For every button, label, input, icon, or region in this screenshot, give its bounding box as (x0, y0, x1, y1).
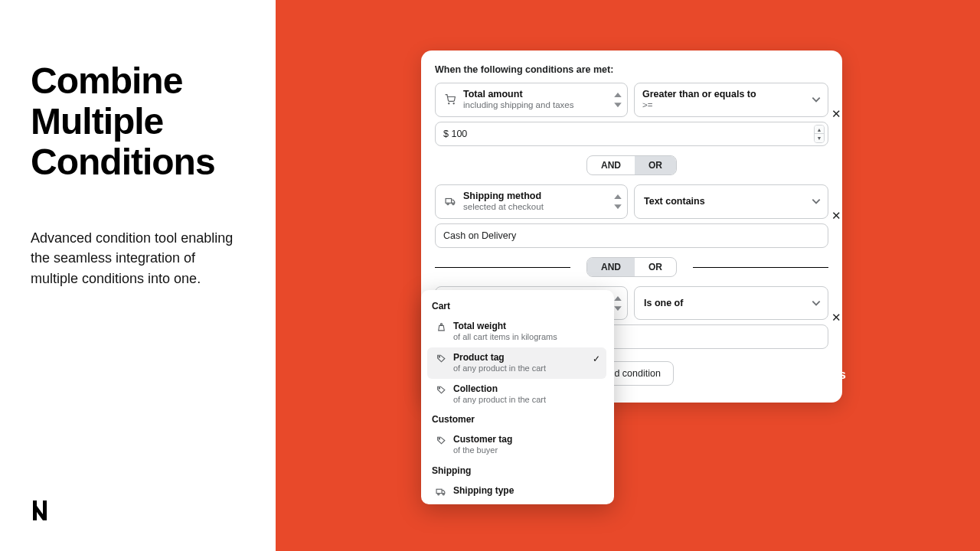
dropdown-item-collection[interactable]: Collection of any product in the cart (427, 379, 606, 410)
join-toggle-row: AND OR (435, 257, 828, 277)
condition-block: Total amount including shipping and taxe… (435, 83, 828, 146)
condition-type-sub: selected at checkout (463, 202, 544, 213)
or-toggle[interactable]: OR (635, 258, 676, 276)
svg-rect-10 (436, 489, 442, 493)
headline: Combine Multiple Conditions (31, 61, 245, 182)
join-toggle-row: AND OR (435, 155, 828, 175)
dropdown-item-label: Customer tag (453, 434, 512, 445)
dropdown-item-total-weight[interactable]: Total weight of all cart items in kilogr… (427, 316, 606, 347)
dropdown-group-heading: Cart (424, 296, 609, 316)
dropdown-item-customer-tag[interactable]: Customer tag of the buyer (427, 429, 606, 461)
subheadline: Advanced condition tool enabling the sea… (31, 228, 245, 288)
svg-point-7 (439, 356, 440, 357)
remove-condition-button[interactable]: ✕ (831, 312, 842, 323)
svg-point-11 (438, 494, 439, 495)
operator-select[interactable]: Text contains (634, 184, 828, 219)
dropdown-item-sub: of any product in the cart (453, 395, 546, 406)
dropdown-item-sub: of all cart items in kilograms (453, 332, 557, 343)
tag-icon (435, 383, 447, 395)
cart-icon (443, 94, 457, 105)
condition-type-label: Shipping method (463, 191, 544, 202)
tag-icon (435, 352, 447, 364)
svg-point-9 (439, 439, 440, 440)
conditions-card: When the following conditions are met: T… (421, 51, 842, 403)
svg-point-6 (440, 324, 442, 325)
dropdown-scroll[interactable]: Cart Total weight of all cart items in k… (424, 296, 611, 498)
operator-label: Text contains (644, 196, 705, 207)
dropdown-group-heading: Customer (424, 409, 609, 429)
dropdown-item-sub: of any product in the cart (453, 364, 546, 374)
operator-label: Is one of (644, 298, 683, 308)
dropdown-item-sub: selected at checkout (local pick-up,..) (453, 497, 592, 498)
svg-rect-2 (446, 199, 452, 204)
svg-point-1 (453, 103, 454, 104)
remove-condition-button[interactable]: ✕ (831, 210, 842, 221)
operator-sub: >= (642, 100, 756, 111)
remove-condition-button[interactable]: ✕ (831, 109, 842, 119)
brand-logo (31, 500, 49, 520)
card-heading: When the following conditions are met: (435, 64, 828, 75)
operator-select[interactable]: Greater than or equals to >= (634, 83, 828, 117)
condition-type-label: Total amount (463, 89, 574, 100)
condition-block: Shipping method selected at checkout Tex… (435, 184, 828, 248)
chevron-down-icon (811, 94, 822, 105)
sort-caret-icon (613, 296, 622, 310)
operator-select[interactable]: Is one of (634, 286, 828, 321)
svg-point-8 (439, 387, 440, 389)
dropdown-item-sub: of the buyer (453, 445, 512, 456)
hero-panel: When the following conditions are met: T… (276, 0, 980, 551)
dropdown-item-label: Collection (453, 383, 546, 395)
truck-icon (443, 196, 457, 207)
sort-caret-icon (613, 194, 622, 208)
dropdown-item-label: Shipping type (453, 485, 592, 497)
dropdown-item-label: Total weight (453, 321, 557, 332)
tag-icon (435, 434, 447, 445)
svg-point-0 (449, 103, 449, 104)
dropdown-item-product-tag[interactable]: Product tag of any product in the cart ✓ (427, 347, 606, 379)
or-toggle[interactable]: OR (635, 156, 676, 174)
sort-caret-icon (613, 93, 622, 106)
chevron-down-icon (811, 298, 822, 308)
and-toggle[interactable]: AND (587, 156, 635, 174)
dropdown-item-shipping-type[interactable]: Shipping type selected at checkout (loca… (427, 481, 606, 498)
truck-icon (435, 485, 447, 497)
more-conditions-label: ...and 20+ more conditions (681, 367, 846, 383)
svg-point-12 (443, 494, 444, 495)
dropdown-item-label: Product tag (453, 352, 546, 364)
marketing-sidebar: Combine Multiple Conditions Advanced con… (0, 0, 276, 551)
condition-type-select[interactable]: Shipping method selected at checkout (435, 184, 628, 219)
condition-type-select[interactable]: Total amount including shipping and taxe… (435, 83, 628, 117)
value-input[interactable]: $ 100 ▲ ▼ (435, 122, 828, 146)
dropdown-group-heading: Shipping (424, 461, 609, 481)
check-icon: ✓ (593, 354, 600, 364)
join-toggle: AND OR (586, 155, 677, 175)
chevron-down-icon (811, 196, 822, 207)
value-input[interactable]: Cash on Delivery (435, 223, 828, 248)
operator-label: Greater than or equals to (642, 89, 756, 100)
step-up-icon[interactable]: ▲ (815, 126, 824, 135)
step-down-icon[interactable]: ▼ (815, 134, 824, 142)
join-toggle: AND OR (586, 257, 677, 277)
number-stepper[interactable]: ▲ ▼ (814, 125, 825, 143)
and-toggle[interactable]: AND (587, 258, 635, 276)
weight-icon (435, 321, 447, 332)
svg-point-3 (446, 204, 448, 205)
condition-type-sub: including shipping and taxes (463, 100, 574, 111)
svg-point-4 (452, 204, 453, 205)
value-text: Cash on Delivery (443, 230, 516, 241)
value-text: $ 100 (443, 129, 467, 139)
condition-dropdown: Cart Total weight of all cart items in k… (421, 290, 614, 504)
